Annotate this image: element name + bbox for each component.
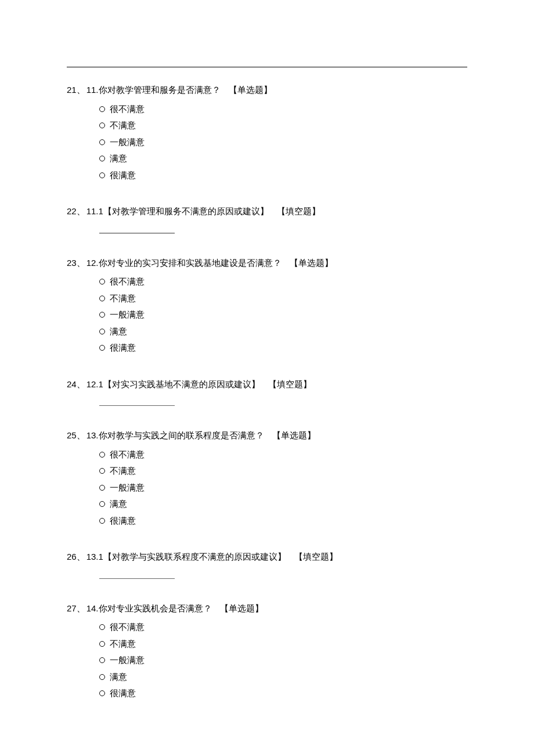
option-item[interactable]: 一般满意 <box>99 654 467 667</box>
question-type-tag: 【填空题】 <box>268 379 312 389</box>
question-number: 26 <box>67 552 77 561</box>
option-item[interactable]: 一般满意 <box>99 481 467 495</box>
fill-blank-line[interactable] <box>99 228 175 233</box>
question-number: 23 <box>67 258 77 268</box>
option-item[interactable]: 很不满意 <box>99 103 467 116</box>
question-number: 21 <box>67 85 77 95</box>
question-text: 12.1【对实习实践基地不满意的原因或建议】 <box>86 379 260 389</box>
question-text: 14.你对专业实践机会是否满意？ <box>86 603 212 613</box>
option-item[interactable]: 很不满意 <box>99 275 467 289</box>
option-item[interactable]: 满意 <box>99 325 467 339</box>
option-item[interactable]: 不满意 <box>99 119 467 132</box>
question: 27、14.你对专业实践机会是否满意？【单选题】很不满意不满意一般满意满意很满意 <box>67 602 467 700</box>
option-item[interactable]: 很满意 <box>99 341 467 355</box>
page-top-rule <box>67 67 467 67</box>
option-item[interactable]: 满意 <box>99 152 467 165</box>
option-list: 很不满意不满意一般满意满意很满意 <box>67 621 467 700</box>
separator: 、 <box>77 379 85 389</box>
option-item[interactable]: 不满意 <box>99 465 467 478</box>
questions-container: 21、11.你对教学管理和服务是否满意？【单选题】很不满意不满意一般满意满意很满… <box>67 84 467 700</box>
question-title: 22、11.1【对教学管理和服务不满意的原因或建议】【填空题】 <box>67 205 467 218</box>
option-list: 很不满意不满意一般满意满意很满意 <box>67 448 467 528</box>
question-type-tag: 【单选题】 <box>290 258 333 268</box>
question-type-tag: 【填空题】 <box>277 206 320 216</box>
question: 26、13.1【对教学与实践联系程度不满意的原因或建议】【填空题】 <box>67 550 467 579</box>
fill-blank-line[interactable] <box>99 400 175 406</box>
option-item[interactable]: 一般满意 <box>99 308 467 322</box>
question-text: 13.1【对教学与实践联系程度不满意的原因或建议】 <box>86 552 286 561</box>
fill-blank-line[interactable] <box>99 573 175 579</box>
question: 23、12.你对专业的实习安排和实践基地建设是否满意？【单选题】很不满意不满意一… <box>67 257 467 355</box>
separator: 、 <box>77 430 85 440</box>
option-list: 很不满意不满意一般满意满意很满意 <box>67 103 467 182</box>
question-title: 25、13.你对教学与实践之间的联系程度是否满意？【单选题】 <box>67 429 467 442</box>
option-item[interactable]: 满意 <box>99 671 467 684</box>
question-number: 25 <box>67 430 77 440</box>
option-item[interactable]: 很不满意 <box>99 621 467 634</box>
question-type-tag: 【单选题】 <box>220 603 264 613</box>
separator: 、 <box>77 206 85 216</box>
option-item[interactable]: 很满意 <box>99 514 467 528</box>
question: 24、12.1【对实习实践基地不满意的原因或建议】【填空题】 <box>67 378 467 406</box>
question-text: 13.你对教学与实践之间的联系程度是否满意？ <box>86 430 264 440</box>
question-title: 27、14.你对专业实践机会是否满意？【单选题】 <box>67 602 467 615</box>
question-text: 11.你对教学管理和服务是否满意？ <box>86 85 221 95</box>
option-item[interactable]: 满意 <box>99 498 467 511</box>
question: 21、11.你对教学管理和服务是否满意？【单选题】很不满意不满意一般满意满意很满… <box>67 84 467 182</box>
question-number: 24 <box>67 379 77 389</box>
option-item[interactable]: 很不满意 <box>99 448 467 462</box>
question: 22、11.1【对教学管理和服务不满意的原因或建议】【填空题】 <box>67 205 467 233</box>
question-type-tag: 【填空题】 <box>294 552 338 561</box>
option-item[interactable]: 不满意 <box>99 638 467 651</box>
option-item[interactable]: 不满意 <box>99 292 467 305</box>
question-title: 21、11.你对教学管理和服务是否满意？【单选题】 <box>67 84 467 97</box>
question-title: 23、12.你对专业的实习安排和实践基地建设是否满意？【单选题】 <box>67 257 467 270</box>
question-title: 26、13.1【对教学与实践联系程度不满意的原因或建议】【填空题】 <box>67 550 467 564</box>
separator: 、 <box>77 258 85 268</box>
question-text: 12.你对专业的实习安排和实践基地建设是否满意？ <box>86 258 282 268</box>
question-number: 22 <box>67 206 77 216</box>
separator: 、 <box>77 85 85 95</box>
question: 25、13.你对教学与实践之间的联系程度是否满意？【单选题】很不满意不满意一般满… <box>67 429 467 527</box>
option-list: 很不满意不满意一般满意满意很满意 <box>67 275 467 355</box>
question-type-tag: 【单选题】 <box>229 85 272 95</box>
separator: 、 <box>77 603 85 613</box>
option-item[interactable]: 很满意 <box>99 169 467 182</box>
option-item[interactable]: 一般满意 <box>99 136 467 149</box>
question-number: 27 <box>67 603 77 613</box>
question-title: 24、12.1【对实习实践基地不满意的原因或建议】【填空题】 <box>67 378 467 391</box>
question-type-tag: 【单选题】 <box>272 430 316 440</box>
question-text: 11.1【对教学管理和服务不满意的原因或建议】 <box>86 206 269 216</box>
option-item[interactable]: 很满意 <box>99 687 467 700</box>
separator: 、 <box>77 552 85 561</box>
